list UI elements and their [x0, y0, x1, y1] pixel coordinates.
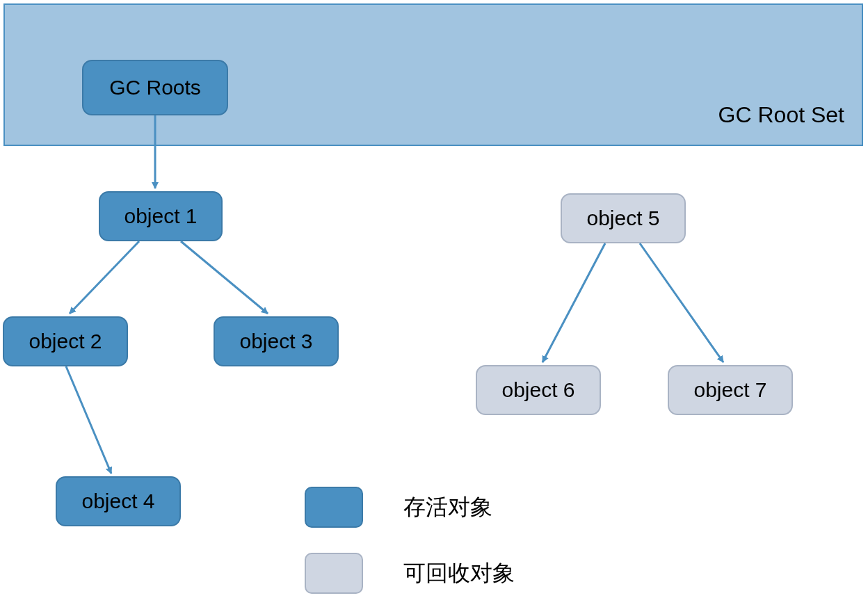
node-object-2: object 2	[3, 316, 128, 366]
node-label: object 1	[124, 204, 197, 228]
node-label: GC Roots	[109, 76, 201, 99]
node-object-5: object 5	[561, 193, 686, 243]
node-label: object 7	[693, 378, 766, 402]
edge-obj1-obj3	[181, 241, 268, 314]
node-object-6: object 6	[476, 365, 601, 415]
node-label: object 2	[29, 330, 102, 353]
node-object-7: object 7	[668, 365, 793, 415]
node-label: object 6	[501, 378, 574, 402]
legend-label-alive: 存活对象	[403, 492, 492, 523]
node-label: object 4	[81, 489, 154, 513]
edge-obj2-obj4	[66, 366, 111, 474]
legend-swatch-collectible	[305, 553, 363, 594]
node-object-3: object 3	[214, 316, 339, 366]
node-label: object 3	[239, 330, 312, 353]
legend-swatch-alive	[305, 487, 363, 528]
node-object-4: object 4	[56, 476, 181, 526]
edge-obj5-obj7	[640, 243, 723, 362]
edge-obj5-obj6	[542, 243, 605, 362]
node-object-1: object 1	[99, 191, 223, 241]
legend-label-collectible: 可回收对象	[403, 558, 515, 589]
gc-root-set-label: GC Root Set	[718, 102, 844, 128]
edge-obj1-obj2	[70, 241, 139, 314]
node-gc-roots: GC Roots	[82, 60, 228, 115]
node-label: object 5	[586, 207, 659, 230]
